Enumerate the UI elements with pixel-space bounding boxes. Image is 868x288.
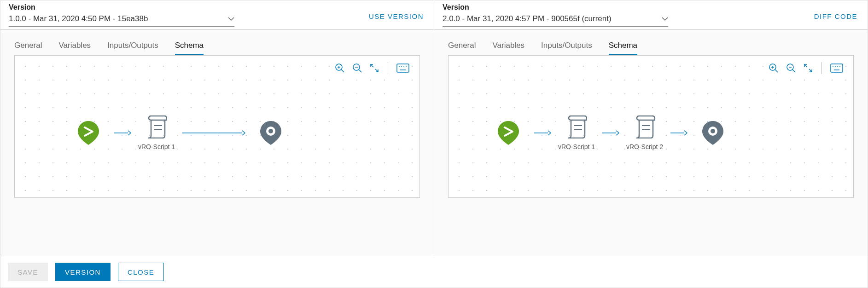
left-header: Version 1.0.0 - Mar 31, 2020 4:50 PM - 1…	[0, 0, 434, 29]
tab-general[interactable]: General	[448, 41, 476, 55]
node-label: vRO-Script 1	[558, 143, 595, 150]
chevron-down-icon	[662, 17, 668, 21]
zoom-in-icon[interactable]	[334, 63, 345, 74]
right-pane: General Variables Inputs/Outputs Schema …	[434, 30, 868, 256]
version-diff-view: Version 1.0.0 - Mar 31, 2020 4:50 PM - 1…	[0, 0, 868, 288]
zoom-out-icon[interactable]	[786, 63, 797, 74]
right-version-text: 2.0.0 - Mar 31, 2020 4:57 PM - 900565f (…	[443, 14, 656, 23]
toolbar-divider	[388, 62, 388, 74]
start-node[interactable]	[490, 120, 527, 146]
node-label: vRO-Script 2	[626, 143, 663, 150]
use-version-button[interactable]: USE VERSION	[369, 12, 424, 20]
flow-arrow-icon	[175, 129, 252, 137]
tab-schema[interactable]: Schema	[175, 41, 204, 55]
tab-variables[interactable]: Variables	[492, 41, 524, 55]
zoom-out-icon[interactable]	[352, 63, 363, 74]
close-button[interactable]: CLOSE	[118, 263, 164, 281]
flow-arrow-icon	[663, 129, 694, 137]
version-label-left: Version	[9, 3, 425, 12]
right-version-selector[interactable]: 2.0.0 - Mar 31, 2020 4:57 PM - 900565f (…	[443, 12, 668, 27]
right-header: Version 2.0.0 - Mar 31, 2020 4:57 PM - 9…	[434, 0, 868, 29]
script-node[interactable]: vRO-Script 2	[626, 115, 663, 150]
svg-line-26	[792, 69, 795, 72]
fit-icon[interactable]	[803, 63, 813, 73]
flow-arrow-icon	[595, 129, 626, 137]
left-version-selector[interactable]: 1.0.0 - Mar 31, 2020 4:50 PM - 15ea38b	[9, 12, 234, 27]
left-flow: vRO-Script 1	[70, 115, 289, 150]
tab-variables[interactable]: Variables	[58, 41, 91, 55]
canvas-toolbar-right	[766, 62, 845, 74]
script-node[interactable]: vRO-Script 1	[138, 115, 175, 150]
tab-inputs-outputs[interactable]: Inputs/Outputs	[107, 41, 158, 55]
right-canvas[interactable]: vRO-Script 1vRO-Script 2	[448, 55, 854, 198]
keyboard-icon[interactable]	[396, 63, 409, 73]
left-tabs: General Variables Inputs/Outputs Schema	[14, 41, 420, 55]
left-version-text: 1.0.0 - Mar 31, 2020 4:50 PM - 15ea38b	[9, 14, 222, 23]
zoom-in-icon[interactable]	[768, 63, 779, 74]
start-node[interactable]	[70, 120, 107, 146]
chevron-down-icon	[228, 17, 234, 21]
flow-arrow-icon	[527, 129, 558, 137]
diff-code-button[interactable]: DIFF CODE	[814, 12, 857, 20]
tab-general[interactable]: General	[14, 41, 42, 55]
toolbar-divider	[821, 62, 822, 74]
right-tabs: General Variables Inputs/Outputs Schema	[448, 41, 854, 55]
top-bar: Version 1.0.0 - Mar 31, 2020 4:50 PM - 1…	[0, 0, 868, 30]
svg-line-8	[375, 69, 378, 72]
script-node[interactable]: vRO-Script 1	[558, 115, 595, 150]
svg-point-20	[268, 129, 273, 133]
left-canvas[interactable]: vRO-Script 1	[14, 55, 420, 198]
fit-icon[interactable]	[369, 63, 379, 73]
tab-inputs-outputs[interactable]: Inputs/Outputs	[541, 41, 592, 55]
svg-line-5	[359, 69, 361, 72]
tab-schema[interactable]: Schema	[609, 41, 637, 55]
left-pane: General Variables Inputs/Outputs Schema …	[0, 30, 434, 256]
node-label: vRO-Script 1	[138, 143, 175, 150]
svg-rect-30	[831, 64, 843, 72]
end-node[interactable]	[694, 120, 731, 146]
svg-line-28	[804, 64, 807, 67]
svg-line-22	[775, 69, 778, 72]
end-node[interactable]	[252, 120, 289, 146]
save-button: SAVE	[8, 263, 48, 281]
canvas-toolbar-left	[332, 62, 411, 74]
keyboard-icon[interactable]	[830, 63, 843, 73]
footer-bar: SAVE VERSION CLOSE	[0, 256, 868, 288]
right-flow: vRO-Script 1vRO-Script 2	[490, 115, 731, 150]
svg-line-7	[371, 64, 373, 67]
svg-line-1	[341, 69, 344, 72]
version-label-right: Version	[443, 3, 859, 12]
version-button[interactable]: VERSION	[55, 263, 111, 281]
svg-point-44	[711, 129, 715, 133]
content-row: General Variables Inputs/Outputs Schema …	[0, 30, 868, 256]
flow-arrow-icon	[107, 129, 138, 137]
svg-rect-9	[397, 64, 409, 72]
svg-line-29	[809, 69, 812, 72]
